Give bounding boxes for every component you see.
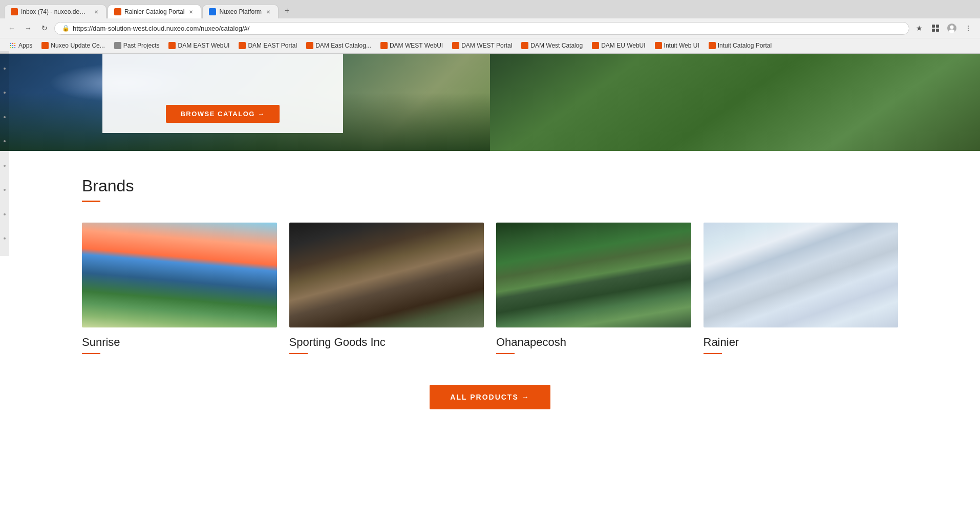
svg-rect-1 — [936, 25, 939, 28]
bookmark-dam-east-webui-label: DAM EAST WebUI — [178, 42, 229, 49]
all-products-button[interactable]: ALL PRODUCTS → — [430, 385, 550, 409]
svg-rect-2 — [932, 29, 935, 32]
address-text: https://dam-solution-west.cloud.nuxeo.co… — [73, 25, 902, 32]
new-tab-button[interactable]: + — [280, 3, 294, 18]
bookmark-past-projects-label: Past Projects — [123, 42, 160, 49]
brands-heading-underline — [82, 201, 100, 202]
bookmark-intuit-web-ui[interactable]: Intuit Web UI — [651, 40, 704, 51]
nav-dot-1 — [4, 68, 6, 70]
tab-favicon-inbox — [11, 8, 18, 15]
nav-dot-4 — [4, 140, 6, 142]
browse-catalog-button[interactable]: BROWSE CATALOG → — [166, 105, 279, 123]
bookmark-favicon-dam-east-catalog — [306, 42, 313, 49]
bookmark-past-projects[interactable]: Past Projects — [110, 40, 164, 51]
bookmark-dam-east-catalog[interactable]: DAM East Catalog... — [302, 40, 375, 51]
bookmark-dam-west-catalog[interactable]: DAM West Catalog — [517, 40, 587, 51]
nav-dot-6 — [4, 189, 6, 191]
forest-photo — [496, 223, 691, 327]
nav-dot-2 — [4, 92, 6, 94]
brand-line-sunrise — [82, 353, 100, 354]
brand-line-sporting-goods — [289, 353, 308, 354]
page-content: BROWSE CATALOG → Brands Sunrise Sporting… — [0, 54, 980, 453]
brand-name-ohanapecosh: Ohanapecosh — [496, 336, 691, 349]
tab-nuxeo[interactable]: Nuxeo Platform ✕ — [202, 5, 279, 18]
tab-rainier[interactable]: Rainier Catalog Portal ✕ — [108, 5, 201, 18]
bookmark-favicon-dam-west-catalog — [521, 42, 528, 49]
tab-close-inbox[interactable]: ✕ — [93, 8, 100, 15]
svg-rect-0 — [932, 25, 935, 28]
tab-favicon-rainier — [114, 8, 121, 15]
bookmark-dam-west-portal-label: DAM WEST Portal — [461, 42, 512, 49]
bookmark-apps-label: Apps — [18, 42, 32, 49]
bookmark-dam-west-webui-label: DAM WEST WebUI — [390, 42, 443, 49]
browser-chrome: Inbox (74) - nuxeo.demo.dam... ✕ Rainier… — [0, 0, 980, 54]
brand-card-rainier[interactable]: Rainier — [704, 223, 899, 354]
bookmark-apps[interactable]: Apps — [5, 40, 36, 51]
brand-card-sunrise[interactable]: Sunrise — [82, 223, 277, 354]
address-bar[interactable]: 🔒 https://dam-solution-west.cloud.nuxeo.… — [54, 22, 909, 35]
bookmark-favicon-past-projects — [114, 42, 121, 49]
bookmark-favicon-intuit-web-ui — [655, 42, 662, 49]
rainier-photo — [704, 223, 899, 327]
brand-card-sporting-goods[interactable]: Sporting Goods Inc — [289, 223, 484, 354]
bookmark-nuxeo-update-label: Nuxeo Update Ce... — [51, 42, 104, 49]
bookmark-star-icon[interactable]: ★ — [912, 21, 926, 35]
bookmark-favicon-intuit-catalog-portal — [709, 42, 716, 49]
tab-title-nuxeo: Nuxeo Platform — [219, 8, 262, 15]
brand-image-sunrise — [82, 223, 277, 327]
extensions-icon[interactable] — [929, 21, 942, 35]
profile-icon[interactable] — [945, 21, 958, 35]
brand-line-rainier — [704, 353, 722, 354]
bookmark-nuxeo-update[interactable]: Nuxeo Update Ce... — [37, 40, 109, 51]
left-nav-strip — [0, 51, 9, 256]
bookmark-intuit-catalog-portal[interactable]: Intuit Catalog Portal — [705, 40, 776, 51]
address-bar-row: ← → ↻ 🔒 https://dam-solution-west.cloud.… — [0, 18, 980, 38]
all-products-label: ALL PRODUCTS → — [450, 393, 529, 401]
brand-image-sporting-goods — [289, 223, 484, 327]
bookmark-intuit-catalog-portal-label: Intuit Catalog Portal — [718, 42, 772, 49]
nav-dot-5 — [4, 165, 6, 167]
brand-image-ohanapecosh — [496, 223, 691, 327]
boots-photo — [289, 223, 484, 327]
bookmark-favicon-nuxeo-update — [41, 42, 49, 49]
bookmark-favicon-dam-west-webui — [380, 42, 388, 49]
brand-name-sporting-goods: Sporting Goods Inc — [289, 336, 484, 349]
tab-close-nuxeo[interactable]: ✕ — [265, 8, 272, 15]
bookmark-favicon-dam-east-portal — [239, 42, 246, 49]
nav-dot-3 — [4, 116, 6, 118]
bookmark-favicon-dam-west-portal — [452, 42, 459, 49]
brand-card-ohanapecosh[interactable]: Ohanapecosh — [496, 223, 691, 354]
tab-inbox[interactable]: Inbox (74) - nuxeo.demo.dam... ✕ — [4, 5, 106, 18]
forward-button[interactable]: → — [22, 21, 35, 35]
nav-dot-7 — [4, 213, 6, 215]
brand-name-sunrise: Sunrise — [82, 336, 277, 349]
back-button[interactable]: ← — [5, 21, 18, 35]
brands-heading: Brands — [82, 177, 898, 195]
bookmark-dam-west-portal[interactable]: DAM WEST Portal — [448, 40, 516, 51]
refresh-button[interactable]: ↻ — [38, 21, 51, 35]
bookmark-dam-eu-webui[interactable]: DAM EU WebUI — [588, 40, 649, 51]
tab-title-rainier: Rainier Catalog Portal — [124, 8, 184, 15]
nav-dot-8 — [4, 237, 6, 239]
all-products-row: ALL PRODUCTS → — [82, 385, 898, 409]
bookmarks-bar: Apps Nuxeo Update Ce... Past Projects DA… — [0, 38, 980, 53]
bookmark-dam-west-catalog-label: DAM West Catalog — [530, 42, 583, 49]
bookmark-dam-east-portal-label: DAM EAST Portal — [248, 42, 297, 49]
brands-section: Brands Sunrise Sporting Goods Inc — [0, 151, 980, 440]
bookmark-intuit-web-ui-label: Intuit Web UI — [664, 42, 699, 49]
bookmark-favicon-dam-east-webui — [168, 42, 176, 49]
hero-image-right — [490, 54, 980, 151]
tab-close-rainier[interactable]: ✕ — [187, 8, 195, 15]
brands-grid: Sunrise Sporting Goods Inc Ohanapecosh — [82, 223, 898, 354]
brand-line-ohanapecosh — [496, 353, 515, 354]
bookmark-dam-east-portal[interactable]: DAM EAST Portal — [235, 40, 301, 51]
tab-title-inbox: Inbox (74) - nuxeo.demo.dam... — [21, 8, 90, 15]
brand-name-rainier: Rainier — [704, 336, 899, 349]
svg-point-5 — [950, 26, 954, 29]
brand-image-rainier — [704, 223, 899, 327]
sunrise-photo — [82, 223, 277, 327]
browser-menu-icon[interactable]: ⋮ — [962, 21, 975, 35]
bookmark-favicon-dam-eu-webui — [592, 42, 599, 49]
bookmark-dam-west-webui[interactable]: DAM WEST WebUI — [376, 40, 447, 51]
bookmark-dam-east-webui[interactable]: DAM EAST WebUI — [164, 40, 233, 51]
